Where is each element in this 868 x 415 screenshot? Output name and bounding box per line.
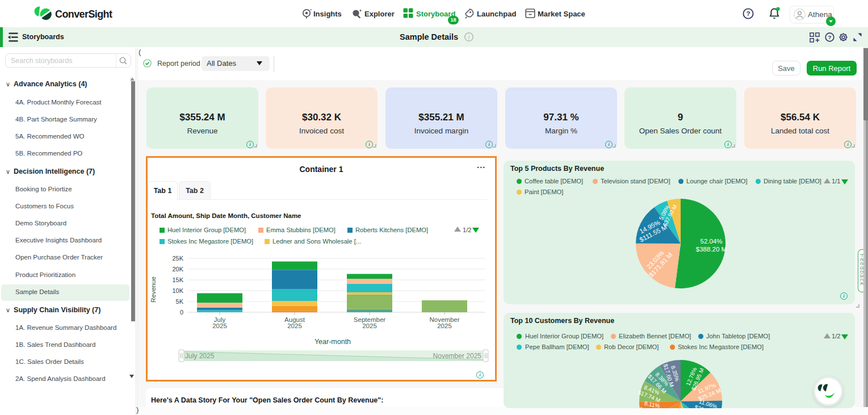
svg-text:?: ? [746, 10, 750, 17]
svg-text:Year-month: Year-month [315, 338, 351, 346]
svg-text:Revenue: Revenue [150, 276, 157, 303]
svg-text:November 2025: November 2025 [433, 352, 482, 360]
svg-text:5K: 5K [176, 298, 184, 305]
svg-text:July 2025: July 2025 [185, 352, 215, 360]
svg-text:10K: 10K [172, 287, 183, 294]
svg-text:2025: 2025 [437, 322, 452, 329]
svg-text:15K: 15K [172, 276, 183, 283]
svg-text:2025: 2025 [362, 322, 377, 329]
svg-text:20K: 20K [172, 266, 183, 273]
svg-text:0: 0 [180, 309, 183, 316]
svg-text:i: i [468, 35, 470, 40]
svg-text:2025: 2025 [287, 322, 302, 329]
svg-text:52.04%: 52.04% [700, 238, 722, 245]
svg-text:25K: 25K [172, 255, 183, 262]
svg-text:?: ? [828, 34, 832, 40]
svg-text:2025: 2025 [212, 322, 227, 329]
svg-text:$388.20 M: $388.20 M [696, 246, 727, 253]
